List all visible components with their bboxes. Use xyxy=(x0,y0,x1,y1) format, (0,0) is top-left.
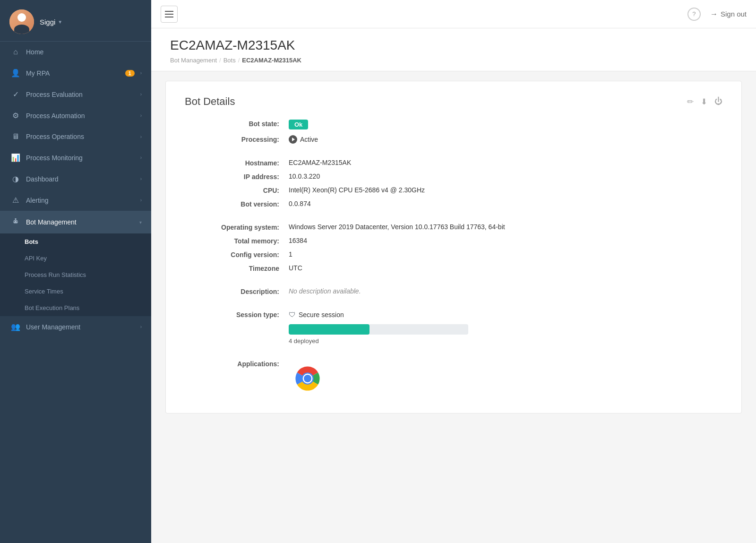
svg-point-2 xyxy=(14,221,15,222)
bot-state-value: Ok xyxy=(289,120,610,129)
hostname-label: Hostname: xyxy=(185,159,279,167)
help-button[interactable]: ? xyxy=(687,8,701,21)
page-title: EC2AMAZ-M2315AK xyxy=(170,38,737,53)
sidebar-label-bot-management: Bot Management xyxy=(26,218,134,226)
cpu-label: CPU: xyxy=(185,186,279,194)
memory-label: Total memory: xyxy=(185,237,279,245)
description-label: Description: xyxy=(185,287,279,295)
cpu-value: Intel(R) Xeon(R) CPU E5-2686 v4 @ 2.30GH… xyxy=(289,186,610,194)
timezone-label: Timezone xyxy=(185,264,279,272)
user-name-text: Siggi xyxy=(40,18,55,26)
sidebar-label-process-evaluation: Process Evaluation xyxy=(26,91,135,98)
chevron-right-icon: › xyxy=(140,324,142,329)
deploy-bar-section: 4 deployed xyxy=(289,324,610,345)
session-type-label: Session type: xyxy=(185,310,279,319)
sidebar-item-process-automation[interactable]: ⚙ Process Automation › xyxy=(0,105,151,126)
config-version-value: 1 xyxy=(289,250,610,259)
chevron-right-icon: › xyxy=(140,198,142,203)
os-label: Operating system: xyxy=(185,223,279,231)
check-icon: ✓ xyxy=(11,90,20,99)
chevron-down-icon: ▼ xyxy=(58,19,62,25)
my-rpa-badge: 1 xyxy=(125,70,135,77)
timezone-value: UTC xyxy=(289,264,610,272)
applications-label: Applications: xyxy=(185,360,279,399)
sidebar-subitem-bots[interactable]: Bots xyxy=(0,233,151,250)
user-name[interactable]: Siggi ▼ xyxy=(40,18,62,26)
sidebar-item-home[interactable]: ⌂ Home xyxy=(0,42,151,62)
sidebar-subitem-service-times[interactable]: Service Times xyxy=(0,283,151,300)
breadcrumb-bot-management[interactable]: Bot Management xyxy=(170,57,217,64)
chrome-icon xyxy=(289,360,326,397)
page-content: EC2AMAZ-M2315AK Bot Management / Bots / … xyxy=(151,28,756,543)
warning-icon: ⚠ xyxy=(11,196,20,205)
bot-state-badge: Ok xyxy=(289,120,308,129)
card-actions: ✏ ⬇ ⏻ xyxy=(687,97,722,107)
sign-out-label: Sign out xyxy=(721,10,747,18)
svg-point-3 xyxy=(17,221,17,222)
chevron-right-icon: › xyxy=(140,113,142,118)
os-value: Windows Server 2019 Datacenter, Version … xyxy=(289,223,610,231)
play-icon xyxy=(289,135,297,144)
sidebar-item-alerting[interactable]: ⚠ Alerting › xyxy=(0,190,151,211)
processing-value: Active xyxy=(289,135,610,144)
bot-version-label: Bot version: xyxy=(185,200,279,208)
sidebar-item-process-monitoring[interactable]: 📊 Process Monitoring › xyxy=(0,147,151,168)
sidebar-label-alerting: Alerting xyxy=(26,197,135,204)
sidebar-item-process-operations[interactable]: 🖥 Process Operations › xyxy=(0,126,151,147)
session-type-text: Secure session xyxy=(299,311,344,319)
card-title: Bot Details xyxy=(185,95,235,108)
user-icon: 👤 xyxy=(11,69,20,78)
sidebar-label-process-operations: Process Operations xyxy=(26,133,135,140)
description-value: No description available. xyxy=(289,287,610,295)
sidebar-label-dashboard: Dashboard xyxy=(26,175,135,183)
menu-toggle-button[interactable] xyxy=(161,6,178,23)
cog-icon: ⚙ xyxy=(11,111,20,120)
sidebar-subitem-api-key[interactable]: API Key xyxy=(0,250,151,267)
sidebar-label-user-management: User Management xyxy=(26,323,135,331)
bot-icon xyxy=(11,217,20,227)
sidebar-item-process-evaluation[interactable]: ✓ Process Evaluation › xyxy=(0,84,151,105)
sidebar-subitem-process-run-statistics[interactable]: Process Run Statistics xyxy=(0,267,151,283)
chevron-right-icon: › xyxy=(140,155,142,160)
sidebar-item-user-management[interactable]: 👥 User Management › xyxy=(0,316,151,337)
bot-version-value: 0.0.874 xyxy=(289,200,610,208)
user-profile[interactable]: Siggi ▼ xyxy=(0,0,151,42)
sidebar-item-dashboard[interactable]: ◑ Dashboard › xyxy=(0,168,151,190)
chevron-right-icon: › xyxy=(140,176,142,181)
home-icon: ⌂ xyxy=(11,48,20,56)
sign-out-arrow-icon: → xyxy=(710,10,718,18)
monitor-icon: 📊 xyxy=(11,153,20,162)
sign-out-button[interactable]: → Sign out xyxy=(710,10,747,18)
chevron-right-icon: › xyxy=(140,70,142,76)
bot-details-card: Bot Details ✏ ⬇ ⏻ Bot state: Ok Processi… xyxy=(165,81,742,414)
config-version-label: Config version: xyxy=(185,250,279,259)
topbar: ? → Sign out xyxy=(151,0,756,28)
sidebar-subitem-bot-execution-plans[interactable]: Bot Execution Plans xyxy=(0,300,151,316)
breadcrumb: Bot Management / Bots / EC2AMAZ-M2315AK xyxy=(170,57,737,64)
breadcrumb-separator-2: / xyxy=(238,57,240,64)
shield-icon: 🛡 xyxy=(289,310,296,319)
breadcrumb-separator-1: / xyxy=(219,57,221,64)
deploy-bar-wrapper xyxy=(289,324,468,335)
sidebar-item-bot-management[interactable]: Bot Management ▾ xyxy=(0,211,151,233)
chevron-right-icon: › xyxy=(140,92,142,97)
download-icon[interactable]: ⬇ xyxy=(701,97,707,107)
sidebar-label-process-automation: Process Automation xyxy=(26,112,135,120)
sidebar: Siggi ▼ ⌂ Home 👤 My RPA 1 › ✓ Process Ev… xyxy=(0,0,151,543)
processing-label: Processing: xyxy=(185,135,279,144)
sidebar-item-my-rpa[interactable]: 👤 My RPA 1 › xyxy=(0,62,151,84)
power-icon[interactable]: ⏻ xyxy=(714,97,722,107)
desktop-icon: 🖥 xyxy=(11,132,20,141)
breadcrumb-bots[interactable]: Bots xyxy=(223,57,236,64)
main-content: ? → Sign out EC2AMAZ-M2315AK Bot Managem… xyxy=(151,0,756,543)
svg-point-0 xyxy=(15,218,17,220)
session-type-value: 🛡 Secure session xyxy=(289,310,610,319)
sidebar-label-process-monitoring: Process Monitoring xyxy=(26,154,135,162)
deploy-bar xyxy=(289,324,369,335)
deploy-count-label: 4 deployed xyxy=(289,337,610,345)
bot-management-subitems: Bots API Key Process Run Statistics Serv… xyxy=(0,233,151,316)
avatar xyxy=(9,9,34,34)
sidebar-label-home: Home xyxy=(26,48,142,56)
edit-icon[interactable]: ✏ xyxy=(687,97,694,107)
detail-grid: Bot state: Ok Processing: Active Hostnam… xyxy=(185,120,610,399)
